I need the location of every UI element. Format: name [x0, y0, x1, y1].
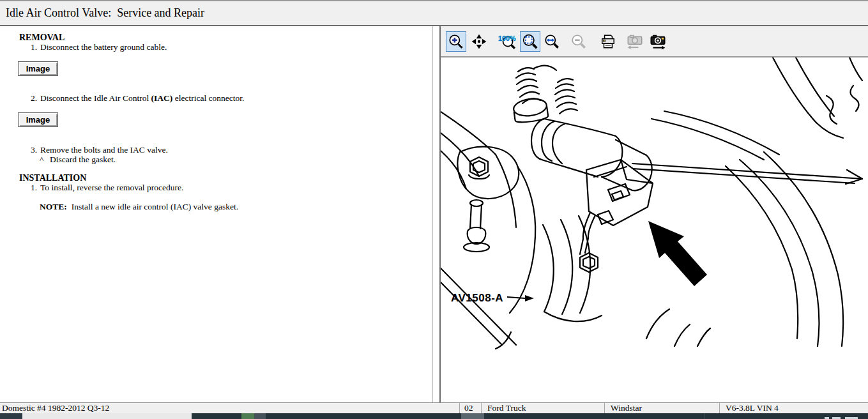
- step-text-bold: (IAC): [151, 93, 173, 103]
- removal-step-3: 3.Remove the bolts and the IAC valve.: [24, 145, 168, 155]
- print-icon: [600, 33, 616, 50]
- image-canvas[interactable]: AV1508-A: [441, 57, 868, 401]
- taskbar-icon-segment[interactable]: [254, 413, 266, 419]
- step-number: 3.: [24, 145, 37, 155]
- next-image-button[interactable]: [648, 31, 668, 52]
- image-toolbar: 100%: [441, 26, 868, 57]
- previous-image-button[interactable]: [625, 31, 645, 52]
- pan-icon: [471, 33, 487, 50]
- status-coverage: Domestic #4 1982-2012 Q3-12: [0, 403, 459, 413]
- fit-width-button[interactable]: [542, 31, 562, 52]
- removal-heading: REMOVAL: [19, 33, 65, 43]
- status-model: Windstar: [604, 403, 719, 413]
- note-label: NOTE:: [40, 202, 67, 211]
- main-area: REMOVAL 1.Disconnect the battery ground …: [0, 26, 868, 402]
- actual-size-button[interactable]: 100%: [497, 31, 517, 52]
- image-button-2[interactable]: Image: [18, 112, 58, 127]
- step-number: 1.: [24, 183, 37, 193]
- taskbar-divider: [704, 413, 705, 419]
- engine-diagram: AV1508-A: [441, 57, 868, 401]
- taskbar-icon-segment[interactable]: [241, 413, 254, 419]
- taskbar-window-button[interactable]: [461, 413, 484, 419]
- zoom-out-icon: [570, 33, 587, 50]
- pointer-arrow: [648, 221, 707, 286]
- fit-page-icon: [522, 33, 538, 50]
- status-engine: V6-3.8L VIN 4: [719, 403, 868, 413]
- image-button-1[interactable]: Image: [18, 61, 58, 76]
- pan-button[interactable]: [469, 31, 489, 52]
- zoom-in-icon: [448, 33, 464, 50]
- status-code: 02: [459, 403, 481, 413]
- article-panel: REMOVAL 1.Disconnect the battery ground …: [0, 26, 432, 402]
- image-panel: 100%: [441, 26, 868, 402]
- step-text: Remove the bolts and the IAC valve.: [40, 145, 168, 155]
- svg-text:100%: 100%: [498, 34, 516, 42]
- zoom-in-button[interactable]: [446, 31, 466, 52]
- fit-page-button[interactable]: [520, 31, 540, 52]
- figure-label: AV1508-A: [451, 292, 503, 304]
- zoom-out-button[interactable]: [568, 31, 589, 52]
- status-bar: Domestic #4 1982-2012 Q3-12 02 Ford Truc…: [0, 402, 868, 413]
- step-text: Disconnect the battery ground cable.: [40, 42, 167, 52]
- sub-text: Discard the gasket.: [50, 155, 116, 164]
- actual-size-icon: 100%: [498, 33, 516, 50]
- taskbar-start-segment: [0, 413, 22, 419]
- taskbar-sliver: [0, 413, 868, 419]
- removal-step-2: 2.Disconnect the Idle Air Control (IAC) …: [24, 93, 244, 103]
- note-text: Install a new idle air control (IAC) val…: [72, 202, 238, 211]
- sub-bullet: ^: [40, 155, 50, 165]
- step-text: Disconnect the Idle Air Control: [40, 93, 151, 103]
- removal-step-3-sub: ^Discard the gasket.: [40, 155, 116, 165]
- next-image-icon: [649, 33, 667, 50]
- fit-width-icon: [544, 33, 560, 50]
- step-text: To install, reverse the removal procedur…: [40, 183, 183, 192]
- status-make: Ford Truck: [481, 403, 604, 413]
- installation-heading: INSTALLATION: [19, 173, 86, 183]
- installation-note: NOTE:Install a new idle air control (IAC…: [40, 202, 238, 212]
- step-number: 2.: [24, 93, 37, 103]
- step-text: electrical connector.: [172, 93, 244, 103]
- step-number: 1.: [24, 42, 37, 52]
- page-title: Idle Air Control Valve: Service and Repa…: [0, 0, 868, 26]
- taskbar-window-button[interactable]: [22, 413, 192, 419]
- print-button[interactable]: [598, 31, 618, 52]
- installation-step-1: 1.To install, reverse the removal proced…: [24, 183, 183, 193]
- removal-step-1: 1.Disconnect the battery ground cable.: [24, 42, 167, 52]
- panel-splitter[interactable]: [432, 26, 441, 402]
- previous-image-icon: [626, 33, 644, 50]
